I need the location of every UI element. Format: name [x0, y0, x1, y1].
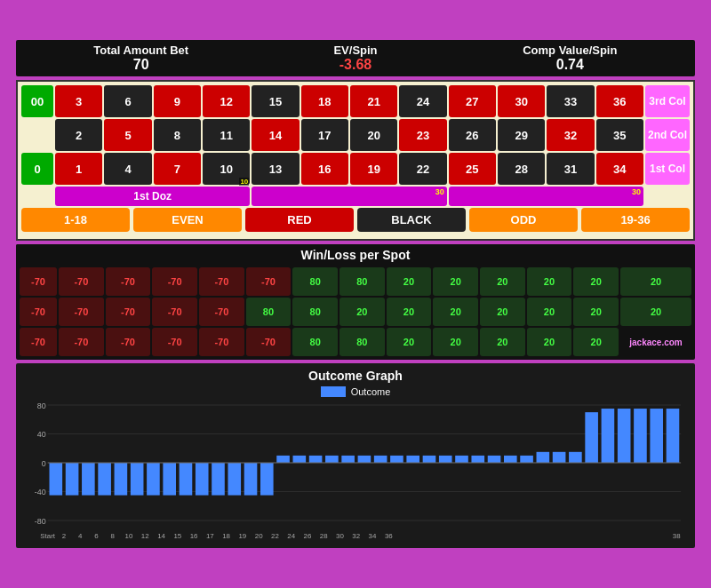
roulette-board: 003691215182124273033363rd Col2581114172…: [16, 80, 695, 241]
number-cell-1[interactable]: 1: [55, 153, 102, 185]
number-cell-16[interactable]: 16: [301, 153, 348, 185]
number-cell-30[interactable]: 30: [498, 85, 545, 117]
wl-cell-r2-c3: -70: [199, 328, 244, 356]
number-cell-24[interactable]: 24: [399, 85, 446, 117]
number-cell-25[interactable]: 25: [449, 153, 496, 185]
number-cell-9[interactable]: 9: [154, 85, 201, 117]
wl-cell-r2-c7: 20: [387, 328, 432, 356]
wl-cell-r1-c8: 20: [433, 298, 478, 326]
number-cell-7[interactable]: 7: [154, 153, 201, 185]
number-cell-15[interactable]: 15: [252, 85, 299, 117]
wl-cell-r0-c7: 20: [387, 267, 432, 296]
number-cell-19[interactable]: 19: [350, 153, 397, 185]
number-cell-18[interactable]: 18: [301, 85, 348, 117]
wl-cell-r2-c4: -70: [246, 328, 292, 356]
zero-cell[interactable]: 0: [21, 153, 53, 185]
number-cell-6[interactable]: 6: [104, 85, 151, 117]
wl-left-2: -70: [20, 328, 57, 356]
svg-rect-31: [390, 456, 403, 463]
double-zero-cell[interactable]: 00: [21, 85, 53, 117]
number-cell-20[interactable]: 20: [350, 119, 397, 151]
bet-black[interactable]: BLACK: [357, 208, 466, 232]
number-cell-35[interactable]: 35: [596, 119, 643, 151]
number-cell-14[interactable]: 14: [252, 119, 299, 151]
svg-rect-11: [66, 463, 79, 496]
bet-1-18[interactable]: 1-18: [21, 208, 130, 232]
svg-rect-30: [374, 456, 387, 463]
svg-text:40: 40: [37, 430, 46, 439]
wl-cell-r1-c10: 20: [527, 298, 572, 326]
number-cell-33[interactable]: 33: [547, 85, 594, 117]
outcome-graph-svg: 80400-40-80Start246810121415161718192022…: [21, 401, 690, 543]
wl-cell-r1-c2: -70: [152, 298, 197, 326]
svg-text:0: 0: [42, 459, 46, 468]
number-cell-3[interactable]: 3: [55, 85, 102, 117]
number-cell-23[interactable]: 23: [399, 119, 446, 151]
svg-text:34: 34: [369, 532, 377, 540]
number-cell-12[interactable]: 12: [203, 85, 250, 117]
wl-cell-r2-c10: 20: [527, 328, 572, 356]
number-cell-34[interactable]: 34: [596, 153, 643, 185]
ev-spin-block: EV/Spin -3.68: [248, 44, 462, 73]
svg-text:6: 6: [94, 532, 99, 540]
svg-text:12: 12: [141, 532, 149, 540]
svg-text:8: 8: [111, 532, 116, 540]
svg-text:14: 14: [157, 532, 165, 540]
winloss-title: Win/Loss per Spot: [16, 244, 695, 266]
svg-rect-23: [260, 463, 274, 496]
number-cell-21[interactable]: 21: [350, 85, 397, 117]
svg-rect-46: [634, 409, 647, 463]
wl-cell-r1-c1: -70: [106, 298, 151, 326]
dozen-3rd[interactable]: 30: [449, 187, 643, 206]
bet-red[interactable]: RED: [245, 208, 354, 232]
svg-rect-28: [341, 456, 355, 463]
svg-rect-39: [520, 456, 533, 463]
svg-rect-40: [537, 452, 550, 463]
bet-odd[interactable]: ODD: [469, 208, 578, 232]
number-cell-2[interactable]: 2: [55, 119, 102, 151]
number-cell-17[interactable]: 17: [301, 119, 348, 151]
svg-rect-22: [244, 463, 258, 496]
stats-header: Total Amount Bet 70 EV/Spin -3.68 Comp V…: [16, 40, 695, 76]
svg-rect-48: [667, 409, 680, 463]
number-cell-13[interactable]: 13: [252, 153, 299, 185]
col-label-1[interactable]: 3rd Col: [645, 85, 690, 117]
number-cell-4[interactable]: 4: [104, 153, 151, 185]
wl-cell-r1-c0: -70: [59, 298, 104, 326]
number-cell-27[interactable]: 27: [449, 85, 496, 117]
dozen-2nd[interactable]: 30: [252, 187, 446, 206]
total-bet-value: 70: [34, 57, 248, 73]
svg-text:2: 2: [62, 532, 67, 540]
wl-cell-r0-c2: -70: [152, 267, 197, 296]
wl-cell-r0-c5: 80: [292, 267, 338, 296]
dozen-1st[interactable]: 1st Doz: [55, 187, 250, 206]
svg-rect-24: [276, 456, 290, 463]
svg-rect-15: [131, 463, 144, 496]
col-label-3[interactable]: 1st Col: [645, 153, 690, 185]
svg-text:Start: Start: [40, 532, 55, 540]
number-cell-22[interactable]: 22: [399, 153, 446, 185]
svg-rect-17: [163, 463, 176, 496]
number-cell-29[interactable]: 29: [498, 119, 545, 151]
number-cell-10[interactable]: 1010: [203, 153, 250, 185]
number-cell-8[interactable]: 8: [154, 119, 201, 151]
col-label-2[interactable]: 2nd Col: [645, 119, 690, 151]
zero-spacer: [21, 119, 53, 151]
svg-text:18: 18: [222, 532, 230, 540]
number-cell-28[interactable]: 28: [498, 153, 545, 185]
wl-cell-r2-c1: -70: [106, 328, 151, 356]
number-cell-26[interactable]: 26: [449, 119, 496, 151]
number-cell-5[interactable]: 5: [104, 119, 151, 151]
bet-19-36[interactable]: 19-36: [581, 208, 690, 232]
comp-value-label: Comp Value/Spin: [463, 44, 677, 57]
number-cell-31[interactable]: 31: [547, 153, 594, 185]
bet-even[interactable]: EVEN: [133, 208, 242, 232]
outside-bets-row: 1-18 EVEN RED BLACK ODD 19-36: [21, 208, 690, 232]
svg-text:36: 36: [385, 532, 393, 540]
svg-text:19: 19: [238, 532, 246, 540]
number-cell-32[interactable]: 32: [547, 119, 594, 151]
number-cell-36[interactable]: 36: [596, 85, 643, 117]
wl-cell-r0-c10: 20: [527, 267, 572, 296]
number-cell-11[interactable]: 11: [203, 119, 250, 151]
svg-text:28: 28: [320, 532, 328, 540]
